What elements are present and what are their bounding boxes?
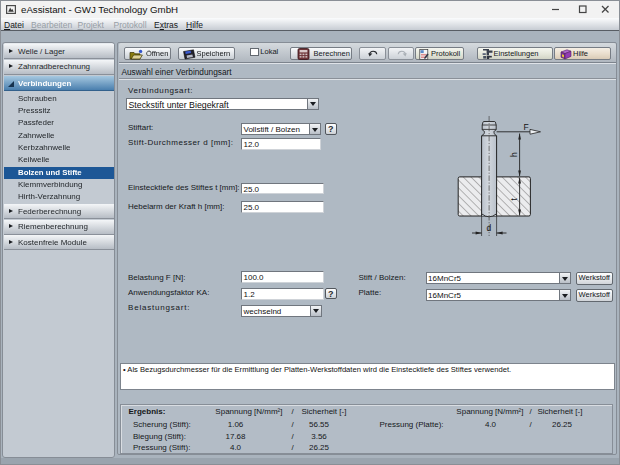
svg-text:h: h bbox=[509, 152, 519, 157]
svg-text:F: F bbox=[524, 122, 529, 132]
svg-text:d: d bbox=[487, 223, 492, 233]
